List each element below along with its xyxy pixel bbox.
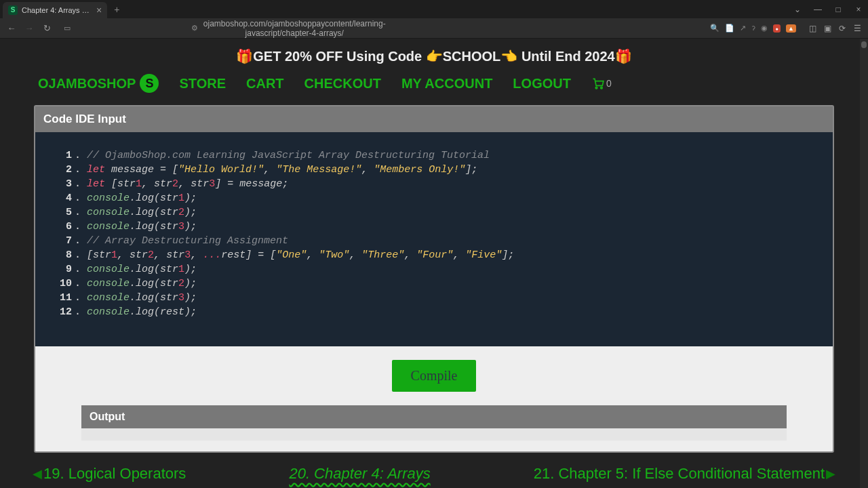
output-header: Output bbox=[81, 405, 787, 428]
main-nav: OJAMBOSHOP S STORE CART CHECKOUT MY ACCO… bbox=[0, 74, 868, 105]
output-container: Output bbox=[81, 405, 787, 441]
current-lesson-link[interactable]: 20. Chapter 4: Arrays bbox=[289, 465, 430, 483]
nav-checkout[interactable]: CHECKOUT bbox=[304, 76, 381, 92]
point-right-icon: 👉 bbox=[426, 49, 443, 64]
sidebar-icon[interactable]: ◫ bbox=[807, 24, 818, 33]
browser-toolbar: ← → ↻ ▭ ⚙ ojamboshop.com/ojamboshoppayco… bbox=[0, 18, 868, 39]
compile-row: Compile bbox=[35, 346, 833, 405]
promo-post: Until End 2024 bbox=[517, 49, 614, 64]
menu-icon[interactable]: ☰ bbox=[852, 24, 863, 33]
maximize-icon[interactable]: □ bbox=[831, 5, 845, 14]
scrollbar[interactable] bbox=[860, 39, 868, 488]
svg-point-1 bbox=[601, 87, 603, 89]
extension-icon[interactable]: ▣ bbox=[822, 24, 833, 33]
blocked-badge[interactable]: ⬥ bbox=[773, 24, 781, 33]
nav-store[interactable]: STORE bbox=[179, 76, 226, 92]
brand-text: OJAMBOSHOP bbox=[38, 76, 136, 92]
gift-icon: 🎁 bbox=[615, 49, 632, 64]
prev-lesson-link[interactable]: ◀ 19. Logical Operators bbox=[33, 465, 186, 483]
forward-button[interactable]: → bbox=[23, 23, 35, 33]
arrow-left-icon: ◀ bbox=[33, 466, 42, 481]
compile-button[interactable]: Compile bbox=[392, 360, 477, 392]
brand-link[interactable]: OJAMBOSHOP S bbox=[38, 74, 159, 93]
svg-point-0 bbox=[595, 87, 597, 89]
browser-titlebar: S Chapter 4: Arrays - Ojambo × + ⌄ — □ × bbox=[0, 0, 868, 18]
brand-icon: S bbox=[140, 74, 159, 93]
zoom-icon[interactable]: 🔍 bbox=[710, 24, 719, 33]
chevron-down-icon[interactable]: ⌄ bbox=[791, 5, 804, 14]
tab-title: Chapter 4: Arrays - Ojambo bbox=[22, 6, 90, 14]
share-icon[interactable]: ↗ bbox=[740, 24, 746, 33]
cart-icon bbox=[591, 77, 605, 90]
promo-banner: 🎁GET 20% OFF Using Code 👉SCHOOL👈 Until E… bbox=[0, 39, 868, 74]
shield-icon[interactable]: ◉ bbox=[761, 24, 768, 33]
point-left-icon: 👈 bbox=[500, 49, 517, 64]
reload-button[interactable]: ↻ bbox=[41, 23, 53, 33]
prev-lesson-label: 19. Logical Operators bbox=[43, 465, 186, 483]
nav-logout[interactable]: LOGOUT bbox=[513, 76, 571, 92]
next-lesson-link[interactable]: 21. Chapter 5: If Else Conditional State… bbox=[534, 465, 835, 483]
nav-account[interactable]: MY ACCOUNT bbox=[401, 76, 492, 92]
site-info-icon[interactable]: ⚙ bbox=[191, 24, 198, 33]
warning-badge[interactable]: ▲ bbox=[786, 24, 796, 33]
nav-cart[interactable]: CART bbox=[246, 76, 284, 92]
close-window-icon[interactable]: × bbox=[852, 5, 865, 14]
address-bar[interactable]: ▭ ⚙ ojamboshop.com/ojamboshoppaycontent/… bbox=[58, 19, 802, 38]
next-lesson-label: 21. Chapter 5: If Else Conditional State… bbox=[534, 465, 825, 483]
ide-header: Code IDE Input bbox=[35, 106, 833, 132]
reader-mode-icon[interactable]: 📄 bbox=[725, 24, 734, 33]
url-text: ojamboshop.com/ojamboshoppaycontent/lear… bbox=[203, 19, 386, 38]
cart-icon-link[interactable]: 0 bbox=[591, 77, 612, 90]
gift-icon: 🎁 bbox=[236, 49, 253, 64]
ide-container: Code IDE Input 1. // OjamboShop.com Lear… bbox=[34, 105, 834, 453]
code-editor[interactable]: 1. // OjamboShop.com Learning JavaScript… bbox=[35, 132, 833, 346]
promo-code: SCHOOL bbox=[443, 49, 501, 64]
sync-icon[interactable]: ⟳ bbox=[837, 24, 848, 33]
window-controls: ⌄ — □ × bbox=[791, 5, 865, 14]
lesson-nav: ◀ 19. Logical Operators 20. Chapter 4: A… bbox=[0, 453, 868, 488]
scrollbar-thumb[interactable] bbox=[861, 41, 867, 48]
output-body bbox=[81, 428, 787, 441]
new-tab-button[interactable]: + bbox=[114, 4, 119, 15]
back-button[interactable]: ← bbox=[5, 23, 18, 33]
rss-icon[interactable]: ॽ bbox=[751, 24, 755, 33]
reader-icon[interactable]: ▭ bbox=[64, 24, 71, 33]
cart-count: 0 bbox=[606, 78, 612, 89]
arrow-right-icon: ▶ bbox=[826, 466, 835, 481]
page-viewport: 🎁GET 20% OFF Using Code 👉SCHOOL👈 Until E… bbox=[0, 39, 868, 488]
promo-pre: GET 20% OFF Using Code bbox=[253, 49, 425, 64]
close-tab-icon[interactable]: × bbox=[96, 5, 102, 16]
tab-favicon-icon: S bbox=[8, 5, 18, 15]
minimize-icon[interactable]: — bbox=[811, 5, 825, 14]
browser-tab[interactable]: S Chapter 4: Arrays - Ojambo × bbox=[3, 2, 107, 18]
